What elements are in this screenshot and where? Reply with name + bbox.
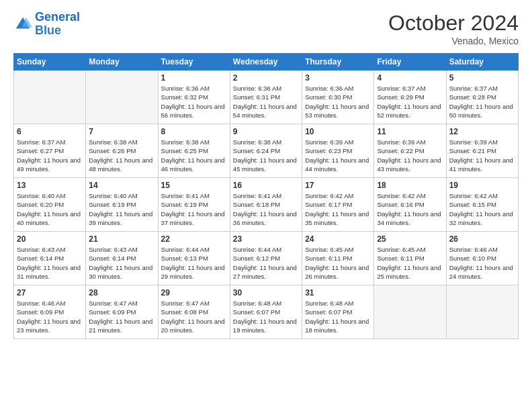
calendar-cell: 23Sunrise: 6:44 AMSunset: 6:12 PMDayligh… bbox=[230, 232, 302, 285]
day-info: Sunrise: 6:43 AMSunset: 6:14 PMDaylight:… bbox=[89, 245, 154, 281]
week-row-4: 27Sunrise: 6:46 AMSunset: 6:09 PMDayligh… bbox=[14, 285, 519, 339]
calendar-table: SundayMondayTuesdayWednesdayThursdayFrid… bbox=[13, 53, 519, 339]
calendar-cell: 14Sunrise: 6:40 AMSunset: 6:19 PMDayligh… bbox=[86, 178, 158, 232]
header-thursday: Thursday bbox=[302, 54, 374, 71]
logo: General Blue bbox=[13, 11, 80, 38]
day-info: Sunrise: 6:42 AMSunset: 6:15 PMDaylight:… bbox=[449, 191, 515, 227]
week-row-3: 20Sunrise: 6:43 AMSunset: 6:14 PMDayligh… bbox=[14, 232, 519, 285]
calendar-cell: 11Sunrise: 6:39 AMSunset: 6:22 PMDayligh… bbox=[374, 124, 446, 178]
header-row: SundayMondayTuesdayWednesdayThursdayFrid… bbox=[14, 54, 519, 71]
calendar-cell: 20Sunrise: 6:43 AMSunset: 6:14 PMDayligh… bbox=[14, 232, 86, 285]
calendar-cell: 22Sunrise: 6:44 AMSunset: 6:13 PMDayligh… bbox=[158, 232, 230, 285]
calendar-cell: 12Sunrise: 6:39 AMSunset: 6:21 PMDayligh… bbox=[446, 124, 518, 178]
day-number: 15 bbox=[161, 181, 227, 190]
day-info: Sunrise: 6:37 AMSunset: 6:27 PMDaylight:… bbox=[17, 138, 83, 173]
calendar-cell: 25Sunrise: 6:45 AMSunset: 6:11 PMDayligh… bbox=[374, 232, 446, 285]
calendar-cell bbox=[86, 71, 158, 124]
day-number: 10 bbox=[305, 127, 371, 136]
calendar-cell: 10Sunrise: 6:39 AMSunset: 6:23 PMDayligh… bbox=[302, 124, 374, 178]
calendar-cell: 15Sunrise: 6:41 AMSunset: 6:19 PMDayligh… bbox=[158, 178, 230, 232]
day-number: 2 bbox=[233, 73, 299, 83]
day-number: 13 bbox=[17, 181, 83, 190]
day-info: Sunrise: 6:41 AMSunset: 6:19 PMDaylight:… bbox=[161, 191, 227, 227]
day-number: 23 bbox=[233, 234, 299, 244]
day-info: Sunrise: 6:46 AMSunset: 6:09 PMDaylight:… bbox=[17, 299, 83, 334]
calendar-cell: 5Sunrise: 6:37 AMSunset: 6:28 PMDaylight… bbox=[446, 71, 518, 124]
calendar-cell: 30Sunrise: 6:48 AMSunset: 6:07 PMDayligh… bbox=[230, 285, 302, 339]
calendar-cell: 8Sunrise: 6:38 AMSunset: 6:25 PMDaylight… bbox=[158, 124, 230, 178]
day-number: 1 bbox=[161, 73, 227, 83]
calendar-cell: 3Sunrise: 6:36 AMSunset: 6:30 PMDaylight… bbox=[302, 71, 374, 124]
week-row-1: 6Sunrise: 6:37 AMSunset: 6:27 PMDaylight… bbox=[14, 124, 519, 178]
logo-line1: General bbox=[35, 10, 80, 24]
day-info: Sunrise: 6:46 AMSunset: 6:10 PMDaylight:… bbox=[449, 245, 515, 281]
day-number: 4 bbox=[377, 73, 443, 83]
day-info: Sunrise: 6:38 AMSunset: 6:25 PMDaylight:… bbox=[161, 138, 227, 173]
day-number: 22 bbox=[161, 234, 227, 244]
logo-text: General Blue bbox=[35, 11, 80, 38]
week-row-0: 1Sunrise: 6:36 AMSunset: 6:32 PMDaylight… bbox=[14, 71, 519, 124]
day-info: Sunrise: 6:42 AMSunset: 6:17 PMDaylight:… bbox=[305, 191, 371, 227]
day-number: 24 bbox=[305, 234, 371, 244]
day-number: 3 bbox=[305, 73, 371, 83]
calendar-cell: 13Sunrise: 6:40 AMSunset: 6:20 PMDayligh… bbox=[14, 178, 86, 232]
day-number: 18 bbox=[377, 181, 443, 190]
day-info: Sunrise: 6:47 AMSunset: 6:08 PMDaylight:… bbox=[161, 299, 227, 334]
calendar-cell: 27Sunrise: 6:46 AMSunset: 6:09 PMDayligh… bbox=[14, 285, 86, 339]
day-info: Sunrise: 6:47 AMSunset: 6:09 PMDaylight:… bbox=[89, 299, 154, 334]
day-number: 30 bbox=[233, 288, 299, 298]
header-sunday: Sunday bbox=[14, 54, 86, 71]
header-wednesday: Wednesday bbox=[230, 54, 302, 71]
day-info: Sunrise: 6:44 AMSunset: 6:13 PMDaylight:… bbox=[161, 245, 227, 281]
day-info: Sunrise: 6:48 AMSunset: 6:07 PMDaylight:… bbox=[305, 299, 371, 334]
header-friday: Friday bbox=[374, 54, 446, 71]
calendar-cell: 16Sunrise: 6:41 AMSunset: 6:18 PMDayligh… bbox=[230, 178, 302, 232]
calendar-cell: 28Sunrise: 6:47 AMSunset: 6:09 PMDayligh… bbox=[86, 285, 158, 339]
day-number: 31 bbox=[305, 288, 371, 298]
header-tuesday: Tuesday bbox=[158, 54, 230, 71]
day-info: Sunrise: 6:45 AMSunset: 6:11 PMDaylight:… bbox=[377, 245, 443, 281]
calendar-cell: 21Sunrise: 6:43 AMSunset: 6:14 PMDayligh… bbox=[86, 232, 158, 285]
page-header: General Blue October 2024 Venado, Mexico bbox=[13, 11, 519, 46]
month-title: October 2024 bbox=[388, 11, 519, 36]
day-info: Sunrise: 6:36 AMSunset: 6:31 PMDaylight:… bbox=[233, 84, 299, 120]
day-info: Sunrise: 6:45 AMSunset: 6:11 PMDaylight:… bbox=[305, 245, 371, 281]
day-info: Sunrise: 6:38 AMSunset: 6:24 PMDaylight:… bbox=[233, 138, 299, 173]
calendar-cell: 6Sunrise: 6:37 AMSunset: 6:27 PMDaylight… bbox=[14, 124, 86, 178]
day-info: Sunrise: 6:48 AMSunset: 6:07 PMDaylight:… bbox=[233, 299, 299, 334]
day-number: 11 bbox=[377, 127, 443, 136]
day-info: Sunrise: 6:39 AMSunset: 6:22 PMDaylight:… bbox=[377, 138, 443, 173]
day-info: Sunrise: 6:43 AMSunset: 6:14 PMDaylight:… bbox=[17, 245, 83, 281]
calendar-cell: 29Sunrise: 6:47 AMSunset: 6:08 PMDayligh… bbox=[158, 285, 230, 339]
day-number: 25 bbox=[377, 234, 443, 244]
day-info: Sunrise: 6:39 AMSunset: 6:21 PMDaylight:… bbox=[449, 138, 515, 173]
location: Venado, Mexico bbox=[388, 36, 519, 46]
day-number: 19 bbox=[449, 181, 515, 190]
calendar-cell: 2Sunrise: 6:36 AMSunset: 6:31 PMDaylight… bbox=[230, 71, 302, 124]
day-info: Sunrise: 6:40 AMSunset: 6:20 PMDaylight:… bbox=[17, 191, 83, 227]
day-info: Sunrise: 6:37 AMSunset: 6:28 PMDaylight:… bbox=[449, 84, 515, 120]
calendar-cell: 18Sunrise: 6:42 AMSunset: 6:16 PMDayligh… bbox=[374, 178, 446, 232]
day-number: 9 bbox=[233, 127, 299, 136]
logo-icon bbox=[13, 15, 32, 34]
day-number: 20 bbox=[17, 234, 83, 244]
header-saturday: Saturday bbox=[446, 54, 518, 71]
calendar-cell: 17Sunrise: 6:42 AMSunset: 6:17 PMDayligh… bbox=[302, 178, 374, 232]
day-number: 7 bbox=[89, 127, 154, 136]
calendar-cell: 19Sunrise: 6:42 AMSunset: 6:15 PMDayligh… bbox=[446, 178, 518, 232]
day-number: 5 bbox=[449, 73, 515, 83]
day-info: Sunrise: 6:36 AMSunset: 6:32 PMDaylight:… bbox=[161, 84, 227, 120]
day-info: Sunrise: 6:41 AMSunset: 6:18 PMDaylight:… bbox=[233, 191, 299, 227]
week-row-2: 13Sunrise: 6:40 AMSunset: 6:20 PMDayligh… bbox=[14, 178, 519, 232]
day-info: Sunrise: 6:36 AMSunset: 6:30 PMDaylight:… bbox=[305, 84, 371, 120]
day-info: Sunrise: 6:37 AMSunset: 6:29 PMDaylight:… bbox=[377, 84, 443, 120]
calendar-cell: 9Sunrise: 6:38 AMSunset: 6:24 PMDaylight… bbox=[230, 124, 302, 178]
calendar-cell: 24Sunrise: 6:45 AMSunset: 6:11 PMDayligh… bbox=[302, 232, 374, 285]
day-info: Sunrise: 6:44 AMSunset: 6:12 PMDaylight:… bbox=[233, 245, 299, 281]
day-number: 17 bbox=[305, 181, 371, 190]
calendar-cell: 1Sunrise: 6:36 AMSunset: 6:32 PMDaylight… bbox=[158, 71, 230, 124]
day-number: 27 bbox=[17, 288, 83, 298]
calendar-cell: 31Sunrise: 6:48 AMSunset: 6:07 PMDayligh… bbox=[302, 285, 374, 339]
calendar-cell bbox=[446, 285, 518, 339]
day-number: 12 bbox=[449, 127, 515, 136]
